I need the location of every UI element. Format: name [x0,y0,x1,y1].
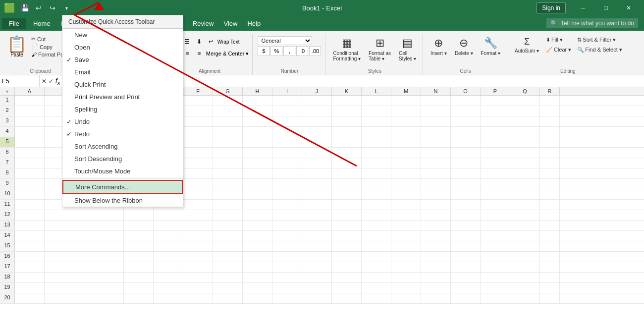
cell-H8[interactable] [243,168,272,179]
cell-R2[interactable] [540,106,560,116]
cell-L20[interactable] [362,293,391,304]
cell-H6[interactable] [243,148,272,158]
cell-A8[interactable] [15,168,45,179]
cell-B12[interactable] [45,210,84,221]
cell-I9[interactable] [272,179,302,189]
cell-I16[interactable] [272,252,302,262]
cell-B17[interactable] [45,262,84,273]
row-header-4[interactable]: 4 [0,127,15,137]
cell-B19[interactable] [45,283,84,293]
cell-K20[interactable] [332,293,362,304]
cell-N16[interactable] [421,252,451,262]
cell-L7[interactable] [362,158,391,168]
cell-K2[interactable] [332,106,362,116]
cell-N15[interactable] [421,241,451,252]
cell-D12[interactable] [124,210,154,221]
cell-P4[interactable] [481,127,510,137]
cell-A14[interactable] [15,231,45,241]
cell-A20[interactable] [15,293,45,304]
cell-O7[interactable] [451,158,481,168]
cell-G5[interactable] [213,137,243,148]
col-header-Q[interactable]: Q [510,87,540,95]
cell-P13[interactable] [481,221,510,231]
cell-A16[interactable] [15,252,45,262]
cell-F3[interactable] [183,116,213,127]
cell-F9[interactable] [183,179,213,189]
cell-F7[interactable] [183,158,213,168]
cell-A17[interactable] [15,262,45,273]
merge-center-button[interactable]: Merge & Center ▾ [206,50,250,57]
cell-L9[interactable] [362,179,391,189]
row-header-14[interactable]: 14 [0,231,15,241]
cell-Q12[interactable] [510,210,540,221]
cell-L12[interactable] [362,210,391,221]
cell-H5[interactable] [243,137,272,148]
cell-N9[interactable] [421,179,451,189]
cell-G7[interactable] [213,158,243,168]
row-header-15[interactable]: 15 [0,241,15,251]
dec-inc-button[interactable]: .0 [296,46,308,56]
cell-B14[interactable] [45,231,84,241]
insert-button[interactable]: ⊕ Insert ▾ [427,35,450,57]
cell-L16[interactable] [362,252,391,262]
cell-J2[interactable] [302,106,332,116]
cell-L18[interactable] [362,273,391,283]
cell-P9[interactable] [481,179,510,189]
cell-H18[interactable] [243,273,272,283]
cell-N8[interactable] [421,168,451,179]
cell-D20[interactable] [124,293,154,304]
undo-qat-button[interactable]: ↩ [33,2,45,14]
cell-I19[interactable] [272,283,302,293]
row-header-20[interactable]: 20 [0,293,15,303]
cell-I2[interactable] [272,106,302,116]
cell-M14[interactable] [391,231,421,241]
cell-Q4[interactable] [510,127,540,137]
cell-E16[interactable] [154,252,183,262]
cell-G6[interactable] [213,148,243,158]
cell-P17[interactable] [481,262,510,273]
cell-A1[interactable] [15,96,45,106]
cell-P6[interactable] [481,148,510,158]
cell-I4[interactable] [272,127,302,137]
cell-B16[interactable] [45,252,84,262]
cell-G19[interactable] [213,283,243,293]
cell-A18[interactable] [15,273,45,283]
cell-G11[interactable] [213,200,243,210]
cell-G8[interactable] [213,168,243,179]
cell-G3[interactable] [213,116,243,127]
cell-F6[interactable] [183,148,213,158]
cell-Q20[interactable] [510,293,540,304]
cell-G16[interactable] [213,252,243,262]
cell-L6[interactable] [362,148,391,158]
cell-O11[interactable] [451,200,481,210]
cell-K13[interactable] [332,221,362,231]
clear-button[interactable]: 🧹 Clear ▾ [543,45,574,55]
row-header-11[interactable]: 11 [0,200,15,210]
cell-A12[interactable] [15,210,45,221]
cell-O19[interactable] [451,283,481,293]
cell-O5[interactable] [451,137,481,148]
cell-J18[interactable] [302,273,332,283]
cell-N6[interactable] [421,148,451,158]
cell-F4[interactable] [183,127,213,137]
cell-L2[interactable] [362,106,391,116]
row-header-12[interactable]: 12 [0,210,15,220]
cell-L1[interactable] [362,96,391,106]
col-header-P[interactable]: P [481,87,510,95]
cell-C13[interactable] [84,221,124,231]
cell-D16[interactable] [124,252,154,262]
cell-E12[interactable] [154,210,183,221]
cell-R10[interactable] [540,189,560,200]
cell-F15[interactable] [183,241,213,252]
cell-J20[interactable] [302,293,332,304]
dropdown-item-quick-print[interactable]: Quick Print [62,78,183,91]
cell-M20[interactable] [391,293,421,304]
dec-dec-button[interactable]: .00 [309,46,321,56]
cell-D13[interactable] [124,221,154,231]
dropdown-item-show-below-the-ribbon[interactable]: Show Below the Ribbon [62,194,183,207]
cell-P7[interactable] [481,158,510,168]
cell-P16[interactable] [481,252,510,262]
cell-A13[interactable] [15,221,45,231]
cell-G17[interactable] [213,262,243,273]
cell-L14[interactable] [362,231,391,241]
